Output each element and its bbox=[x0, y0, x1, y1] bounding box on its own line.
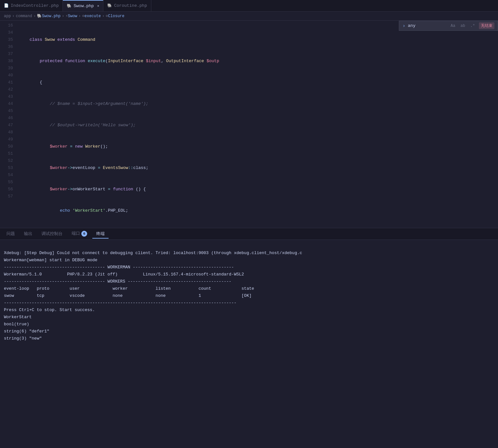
tab-indexcontroller[interactable]: 📄 IndexController.php bbox=[0, 0, 63, 11]
breadcrumb-item-execute: execute bbox=[85, 14, 101, 18]
tab-coroutine[interactable]: 🐘 Coroutine.php bbox=[103, 0, 151, 11]
breadcrumb-lightning-icon: ⚡ bbox=[65, 14, 68, 18]
tab-label: IndexController.php bbox=[11, 3, 59, 8]
breadcrumb-circle-icon: ⊙ bbox=[82, 14, 85, 18]
line-num-52: 52 bbox=[3, 157, 13, 164]
code-line-41: echo 'WorkerStart'.PHP_EOL; bbox=[19, 207, 498, 214]
line-num-37: 37 bbox=[3, 50, 13, 58]
breadcrumb-sep2: › bbox=[33, 14, 36, 18]
line-num-49: 49 bbox=[3, 136, 13, 143]
php-icon-2: 🐘 bbox=[107, 3, 112, 8]
breadcrumb-sep5: › bbox=[102, 14, 104, 18]
line-num-40: 40 bbox=[3, 72, 13, 79]
panel-tabs: 问题 输出 调试控制台 端口6 终端 bbox=[0, 228, 498, 240]
tab-label: Swow.php bbox=[74, 4, 94, 8]
file-icon: 📄 bbox=[4, 3, 9, 8]
line-num-38: 38 bbox=[3, 58, 13, 65]
line-num-36: 36 bbox=[3, 43, 13, 50]
line-num-47: 47 bbox=[3, 122, 13, 129]
line-num-46: 46 bbox=[3, 115, 13, 122]
code-line-34: protected function execute(InputInterfac… bbox=[19, 58, 498, 65]
code-line-39: $worker->eventLoop = EventsSwow::class; bbox=[19, 164, 498, 172]
line-num-50: 50 bbox=[3, 143, 13, 150]
breadcrumb-circle-icon2: ⊙ bbox=[106, 14, 108, 18]
breadcrumb-sep3: › bbox=[62, 14, 64, 18]
code-line-16: class Swow extends Command bbox=[19, 36, 498, 43]
tab-output[interactable]: 输出 bbox=[20, 230, 36, 239]
tab-ports[interactable]: 端口6 bbox=[68, 229, 91, 239]
line-numbers: 16 34 35 36 37 38 39 40 41 42 43 44 45 4… bbox=[0, 21, 16, 228]
line-num-43: 43 bbox=[3, 93, 13, 100]
line-num-51: 51 bbox=[3, 150, 13, 157]
line-num-48: 48 bbox=[3, 129, 13, 136]
tab-problems[interactable]: 问题 bbox=[3, 230, 19, 239]
breadcrumb-item-app: app bbox=[4, 14, 11, 18]
search-bar: › Aa ab .* 无结束 bbox=[399, 21, 498, 31]
line-num-53: 53 bbox=[3, 164, 13, 172]
code-line-37: // $output->writeln('Hello swow'); bbox=[19, 122, 498, 129]
tab-bar: 📄 IndexController.php 🐘 Swow.php × 🐘 Cor… bbox=[0, 0, 498, 12]
code-line-35: { bbox=[19, 79, 498, 86]
line-num-42: 42 bbox=[3, 86, 13, 93]
line-num-35: 35 bbox=[3, 36, 13, 43]
search-word-option[interactable]: ab bbox=[459, 23, 466, 29]
line-num-41: 41 bbox=[3, 79, 13, 86]
breadcrumb-php-icon: 🐘 bbox=[37, 14, 42, 18]
search-arrow-icon[interactable]: › bbox=[402, 23, 405, 28]
tab-label: Coroutine.php bbox=[114, 3, 147, 8]
line-num-39: 39 bbox=[3, 65, 13, 72]
line-num-34: 34 bbox=[3, 29, 13, 36]
tab-terminal[interactable]: 终端 bbox=[92, 230, 109, 239]
tab-debug-console[interactable]: 调试控制台 bbox=[38, 230, 66, 239]
line-num-54: 54 bbox=[3, 172, 13, 179]
line-num-57: 57 bbox=[3, 193, 13, 200]
code-line-38: $worker = new Worker(); bbox=[19, 143, 498, 150]
line-num-44: 44 bbox=[3, 100, 13, 107]
ports-badge: 6 bbox=[81, 231, 87, 237]
breadcrumb-sep: › bbox=[12, 14, 15, 18]
line-num-55: 55 bbox=[3, 179, 13, 186]
code-editor: 16 34 35 36 37 38 39 40 41 42 43 44 45 4… bbox=[0, 21, 498, 228]
search-no-end-label: 无结束 bbox=[479, 22, 494, 29]
search-case-option[interactable]: Aa bbox=[449, 23, 457, 29]
line-num-56: 56 bbox=[3, 186, 13, 193]
search-regex-option[interactable]: .* bbox=[469, 23, 476, 29]
code-content: class Swow extends Command protected fun… bbox=[16, 21, 498, 228]
tab-swow[interactable]: 🐘 Swow.php × bbox=[63, 0, 103, 11]
php-icon: 🐘 bbox=[67, 4, 72, 8]
breadcrumb: app › command › 🐘 Swow.php › ⚡ Swow › ⊙ … bbox=[0, 12, 498, 21]
breadcrumb-item-swow: Swow.php bbox=[42, 14, 61, 18]
terminal-output[interactable]: Xdebug: [Step Debug] Could not connect t… bbox=[0, 240, 498, 352]
bottom-panel: 问题 输出 调试控制台 端口6 终端 Xdebug: [Step Debug] … bbox=[0, 228, 498, 352]
breadcrumb-item-swow-class: Swow bbox=[68, 14, 77, 18]
breadcrumb-item-command: command bbox=[16, 14, 32, 18]
search-input[interactable] bbox=[408, 23, 447, 28]
line-num-45: 45 bbox=[3, 107, 13, 115]
tab-close-button[interactable]: × bbox=[97, 4, 99, 8]
line-num-16: 16 bbox=[3, 22, 13, 29]
code-line-40: $worker->onWorkerStart = function () { bbox=[19, 186, 498, 193]
breadcrumb-sep4: › bbox=[78, 14, 81, 18]
code-line-36: // $name = $input->getArgument('name'); bbox=[19, 100, 498, 107]
breadcrumb-item-closure: Closure bbox=[108, 14, 124, 18]
